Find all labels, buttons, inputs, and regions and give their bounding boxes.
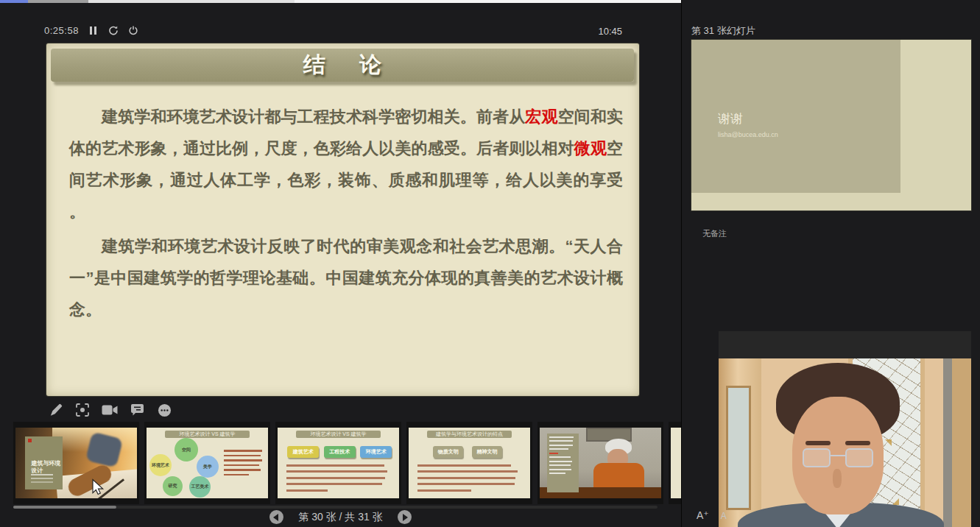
slide-title-bar: 结 论 bbox=[51, 49, 634, 82]
scrollbar-thumb[interactable] bbox=[13, 506, 116, 509]
glasses-lens bbox=[845, 448, 873, 467]
bubble-craft-art: 工艺美术 bbox=[189, 476, 211, 498]
person-robe bbox=[593, 463, 644, 489]
slide-position-label: 第 30 张 / 共 31 张 bbox=[298, 511, 382, 524]
box-material-civilization: 物质文明 bbox=[433, 446, 463, 458]
increase-font-button[interactable]: A⁺ bbox=[697, 509, 709, 521]
box-environment-art: 环境艺术 bbox=[360, 446, 392, 458]
glasses-lens bbox=[803, 448, 831, 467]
thumbnail-title-text: 建筑与环境 设计 bbox=[31, 460, 68, 475]
subtitle-lines bbox=[31, 474, 53, 475]
tab-sliver bbox=[28, 0, 88, 3]
quote-card bbox=[547, 434, 579, 493]
active-tab-sliver bbox=[0, 0, 28, 3]
restart-timer-icon[interactable] bbox=[108, 26, 119, 36]
slide-filmstrip: 建筑与环境 设计 环境艺术设计 VS 建筑学 空间 环境艺术 美学 研究 工艺美… bbox=[0, 422, 681, 504]
thumbnail-header: 建筑学与环境艺术设计的特点 bbox=[427, 431, 512, 438]
thumbnail-image bbox=[540, 428, 661, 498]
timer-row: 0:25:58 bbox=[44, 25, 138, 36]
thumbnail-image: 环境艺术设计 VS 建筑学 建筑艺术 工程技术 环境艺术 bbox=[278, 428, 399, 498]
thumbnail-image: 环境艺术设计 VS 建筑学 空间 环境艺术 美学 研究 工艺美术 bbox=[147, 428, 268, 498]
notes-placeholder: 无备注 bbox=[702, 228, 727, 239]
power-end-show-icon[interactable] bbox=[128, 26, 138, 36]
right-frame bbox=[952, 358, 971, 527]
thumbnail-text-block bbox=[286, 464, 391, 496]
preview-email: lisha@bucea.edu.cn bbox=[718, 131, 778, 138]
thumbnail-slide-bubbles[interactable]: 环境艺术设计 VS 建筑学 空间 环境艺术 美学 研究 工艺美术 bbox=[144, 422, 270, 504]
box-engineering: 工程技术 bbox=[324, 446, 356, 458]
bubble-space: 空间 bbox=[175, 438, 198, 461]
box-architecture-art: 建筑艺术 bbox=[287, 446, 319, 458]
thumbnail-image bbox=[671, 428, 681, 498]
slide-paragraph-2: 建筑学和环境艺术设计反映了时代的审美观念和社会艺术思潮。“天人合一”是中国建筑学… bbox=[69, 230, 623, 325]
camera-icon[interactable] bbox=[102, 402, 118, 418]
slide-body: 建筑学和环境艺术设计都与工程技术科学密切相关。前者从宏观空间和实体的艺术形象，通… bbox=[69, 101, 623, 328]
webcam-container[interactable] bbox=[719, 331, 971, 527]
thumbnail-slide-portrait[interactable] bbox=[537, 422, 663, 504]
next-slide-header: 第 31 张幻灯片 bbox=[691, 24, 755, 38]
thumbnail-image: 建筑与环境 设计 bbox=[15, 428, 137, 498]
pen-icon[interactable] bbox=[47, 402, 63, 418]
wall-shadow bbox=[943, 358, 952, 527]
logo-dot bbox=[28, 439, 32, 442]
presenter-eyebrow bbox=[805, 441, 831, 445]
presenter-view: 0:25:58 10:45 结 论 建筑学和环境艺术设计都与工程技术科学密切相关… bbox=[0, 0, 980, 527]
previous-slide-button[interactable] bbox=[269, 510, 283, 524]
next-slide-button[interactable] bbox=[398, 510, 412, 524]
filmstrip-scrollbar[interactable] bbox=[13, 506, 658, 509]
elapsed-timer: 0:25:58 bbox=[44, 25, 79, 36]
glasses-bridge bbox=[829, 455, 847, 456]
pause-icon[interactable] bbox=[88, 26, 99, 36]
thumbnail-header: 环境艺术设计 VS 建筑学 bbox=[165, 431, 250, 438]
bubble-env-art: 环境艺术 bbox=[149, 454, 172, 476]
door-glass bbox=[726, 386, 751, 510]
thumbnail-text-block bbox=[417, 464, 522, 496]
thumbnail-slide-partial[interactable] bbox=[669, 422, 681, 504]
decrease-font-button[interactable]: A bbox=[721, 511, 727, 521]
tab-sliver bbox=[295, 0, 685, 3]
slide-paragraph-1: 建筑学和环境艺术设计都与工程技术科学密切相关。前者从宏观空间和实体的艺术形象，通… bbox=[69, 101, 623, 227]
chat-icon[interactable] bbox=[129, 402, 145, 418]
thumbnail-image: 建筑学与环境艺术设计的特点 物质文明 精神文明 bbox=[409, 428, 530, 498]
thumbnail-slide-three-boxes[interactable]: 环境艺术设计 VS 建筑学 建筑艺术 工程技术 环境艺术 bbox=[275, 422, 401, 504]
previous-icon bbox=[273, 514, 278, 521]
box-spiritual-civilization: 精神文明 bbox=[472, 446, 502, 458]
next-icon bbox=[403, 514, 408, 521]
bubble-aesthetics: 美学 bbox=[197, 456, 219, 478]
annotation-toolbar bbox=[47, 402, 172, 418]
webcam-video bbox=[719, 358, 971, 527]
tab-sliver bbox=[88, 0, 295, 3]
presenter-nose bbox=[833, 469, 842, 488]
slide-navigation: 第 30 张 / 共 31 张 bbox=[0, 510, 681, 524]
notes-font-controls: A⁺ A bbox=[697, 509, 727, 521]
slide-title: 结 论 bbox=[297, 50, 387, 80]
current-slide[interactable]: 结 论 建筑学和环境艺术设计都与工程技术科学密切相关。前者从宏观空间和实体的艺术… bbox=[46, 43, 639, 396]
highlight-macro: 宏观 bbox=[525, 107, 557, 126]
title-card: 建筑与环境 设计 bbox=[25, 436, 63, 490]
laser-pointer-icon[interactable] bbox=[74, 402, 91, 418]
thumbnail-slide-two-boxes[interactable]: 建筑学与环境艺术设计的特点 物质文明 精神文明 bbox=[406, 422, 532, 504]
thumbnail-slide-title[interactable]: 建筑与环境 设计 bbox=[13, 422, 139, 504]
highlight-micro: 微观 bbox=[574, 139, 607, 158]
preview-title: 谢谢 bbox=[718, 110, 743, 127]
current-time: 10:45 bbox=[589, 26, 622, 37]
presenter-eyebrow bbox=[845, 441, 870, 445]
next-slide-preview[interactable]: 谢谢 lisha@bucea.edu.cn bbox=[691, 40, 971, 211]
paragraph-text: 建筑学和环境艺术设计都与工程技术科学密切相关。前者从 bbox=[102, 107, 525, 126]
thumbnail-header: 环境艺术设计 VS 建筑学 bbox=[296, 431, 381, 438]
more-options-icon[interactable] bbox=[156, 402, 172, 418]
thumbnail-text-block bbox=[224, 450, 262, 478]
sidebar-panel: 第 31 张幻灯片 谢谢 lisha@bucea.edu.cn 无备注 bbox=[681, 0, 980, 527]
bubble-research: 研究 bbox=[163, 476, 183, 496]
